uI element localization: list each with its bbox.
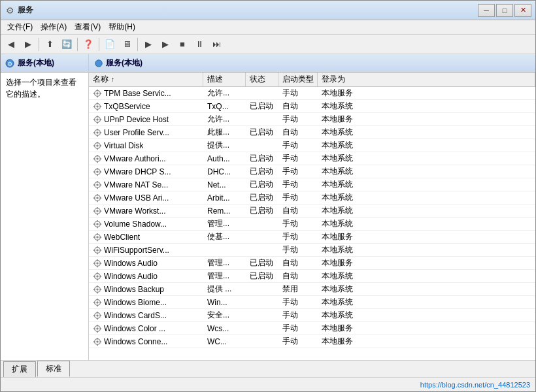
table-body[interactable]: TPM Base Servic... 允许... 手动 本地服务 TxQBSer… [89, 87, 535, 360]
svg-rect-5 [97, 89, 98, 91]
menu-view[interactable]: 查看(V) [71, 20, 105, 34]
svg-rect-62 [100, 210, 102, 212]
toolbar-up[interactable]: ⬆ [42, 37, 58, 52]
toolbar-pause[interactable]: ⏸ [192, 37, 207, 52]
minimize-button[interactable]: ─ [478, 4, 495, 17]
svg-rect-36 [97, 161, 98, 163]
toolbar-refresh[interactable]: 🔄 [59, 37, 75, 52]
toolbar-restart[interactable]: ⏭ [209, 37, 224, 52]
toolbar-help[interactable]: ❓ [80, 37, 96, 52]
toolbar-play[interactable]: ▶ [141, 37, 156, 52]
table-row[interactable]: VMware Workst... Rem... 已启动 自动 本地系统 [89, 204, 535, 218]
svg-rect-116 [100, 328, 102, 329]
close-button[interactable]: ✕ [514, 4, 531, 17]
table-row[interactable]: VMware USB Ari... Arbit... 已启动 手动 本地系统 [89, 191, 535, 204]
svg-rect-6 [97, 95, 98, 97]
table-row[interactable]: TxQBService TxQ... 已启动 自动 本地系统 [89, 100, 535, 113]
cell-status [246, 289, 278, 290]
svg-rect-56 [100, 197, 102, 199]
menu-action[interactable]: 操作(A) [37, 20, 71, 34]
col-header-status[interactable]: 状态 [246, 73, 278, 86]
cell-login: 本地系统 [318, 165, 535, 178]
table-row[interactable]: Windows Biome... Win... 手动 本地系统 [89, 296, 535, 309]
svg-rect-17 [97, 115, 98, 117]
cell-desc: 管理... [203, 270, 246, 282]
table-row[interactable]: VMware Authori... Auth... 已启动 手动 本地系统 [89, 152, 535, 165]
tab-standard[interactable]: 标准 [37, 361, 70, 377]
cell-desc: 使基... [203, 231, 246, 243]
toolbar-back[interactable]: ◀ [3, 37, 19, 52]
svg-point-64 [96, 223, 99, 225]
svg-point-10 [96, 105, 99, 108]
table-row[interactable]: Windows Audio 管理... 已启动 自动 本地服务 [89, 257, 535, 270]
svg-point-52 [96, 197, 99, 199]
cell-name: Windows Backup [89, 284, 203, 295]
toolbar-stop[interactable]: ■ [175, 37, 190, 52]
table-row[interactable]: UPnP Device Host 允许... 手动 本地服务 [89, 113, 535, 126]
table-row[interactable]: Windows Conne... WC... 手动 本地服务 [89, 335, 535, 348]
cell-status [246, 302, 278, 303]
col-header-name[interactable]: 名称 ↑ [89, 73, 203, 86]
cell-login: 本地系统 [318, 244, 535, 256]
svg-point-106 [96, 314, 99, 317]
table-row[interactable]: Windows Audio 管理... 已启动 自动 本地系统 [89, 270, 535, 283]
toolbar-export[interactable]: 📄 [102, 37, 118, 52]
table-row[interactable]: Volume Shadow... 管理... 手动 本地系统 [89, 218, 535, 231]
toolbar-play2[interactable]: ▶ [158, 37, 173, 52]
menu-bar: 文件(F) 操作(A) 查看(V) 帮助(H) [1, 20, 535, 35]
cell-status: 已启动 [246, 152, 278, 165]
cell-startup: 自动 [278, 270, 318, 282]
cell-status [246, 250, 278, 251]
maximize-button[interactable]: □ [496, 4, 513, 17]
col-header-startup[interactable]: 启动类型 [278, 73, 318, 86]
cell-login: 本地服务 [318, 231, 535, 243]
cell-login: 本地服务 [318, 322, 535, 335]
cell-name: VMware Workst... [89, 206, 203, 216]
table-row[interactable]: Virtual Disk 提供... 手动 本地系统 [89, 139, 535, 152]
main-window: ⚙ 服务 ─ □ ✕ 文件(F) 操作(A) 查看(V) 帮助(H) ◀ ▶ ⬆… [0, 0, 536, 392]
cell-desc: 安全... [203, 309, 246, 321]
bottom-tabs: 扩展 标准 [1, 360, 535, 377]
table-row[interactable]: User Profile Serv... 此服... 已启动 自动 本地系统 [89, 126, 535, 139]
table-row[interactable]: TPM Base Servic... 允许... 手动 本地服务 [89, 87, 535, 100]
svg-rect-72 [97, 239, 98, 241]
svg-point-76 [96, 249, 99, 252]
cell-status [246, 237, 278, 238]
col-header-desc[interactable]: 描述 [203, 73, 246, 86]
table-row[interactable]: WebClient 使基... 手动 本地服务 [89, 231, 535, 244]
cell-desc: 提供... [203, 139, 246, 152]
svg-rect-122 [100, 341, 102, 342]
table-row[interactable]: Windows CardS... 安全... 手动 本地系统 [89, 309, 535, 322]
cell-login: 本地系统 [318, 218, 535, 230]
svg-rect-77 [97, 246, 98, 248]
svg-rect-113 [97, 324, 98, 326]
left-pane-title: 服务(本地) [18, 57, 54, 69]
cell-startup: 手动 [278, 178, 318, 191]
cell-startup: 手动 [278, 218, 318, 230]
table-row[interactable]: Windows Color ... Wcs... 手动 本地服务 [89, 322, 535, 335]
table-row[interactable]: VMware NAT Se... Net... 已启动 手动 本地系统 [89, 178, 535, 191]
toolbar: ◀ ▶ ⬆ 🔄 ❓ 📄 🖥 ▶ ▶ ■ ⏸ ⏭ [1, 35, 535, 54]
menu-help[interactable]: 帮助(H) [105, 20, 139, 34]
toolbar-sep-3 [99, 38, 99, 51]
svg-rect-68 [100, 223, 102, 225]
tab-extend[interactable]: 扩展 [3, 361, 36, 377]
table-row[interactable]: VMware DHCP S... DHC... 已启动 手动 本地系统 [89, 165, 535, 178]
table-row[interactable]: WiFiSupportServ... 手动 本地系统 [89, 244, 535, 257]
col-header-login[interactable]: 登录为 [318, 73, 535, 86]
svg-rect-78 [97, 252, 98, 254]
svg-rect-108 [97, 318, 98, 319]
cell-status: 已启动 [246, 204, 278, 217]
cell-login: 本地系统 [318, 270, 535, 282]
cell-name: Windows Audio [89, 271, 203, 282]
cell-desc: 此服... [203, 126, 246, 139]
svg-rect-73 [93, 237, 95, 238]
toolbar-forward[interactable]: ▶ [20, 37, 36, 52]
services-icon: ⚙ [5, 58, 15, 69]
svg-rect-119 [97, 337, 98, 339]
svg-rect-120 [97, 344, 98, 346]
cell-startup: 自动 [278, 204, 318, 217]
toolbar-connect[interactable]: 🖥 [119, 37, 135, 52]
menu-file[interactable]: 文件(F) [3, 20, 37, 34]
table-row[interactable]: Windows Backup 提供 ... 禁用 本地系统 [89, 283, 535, 296]
